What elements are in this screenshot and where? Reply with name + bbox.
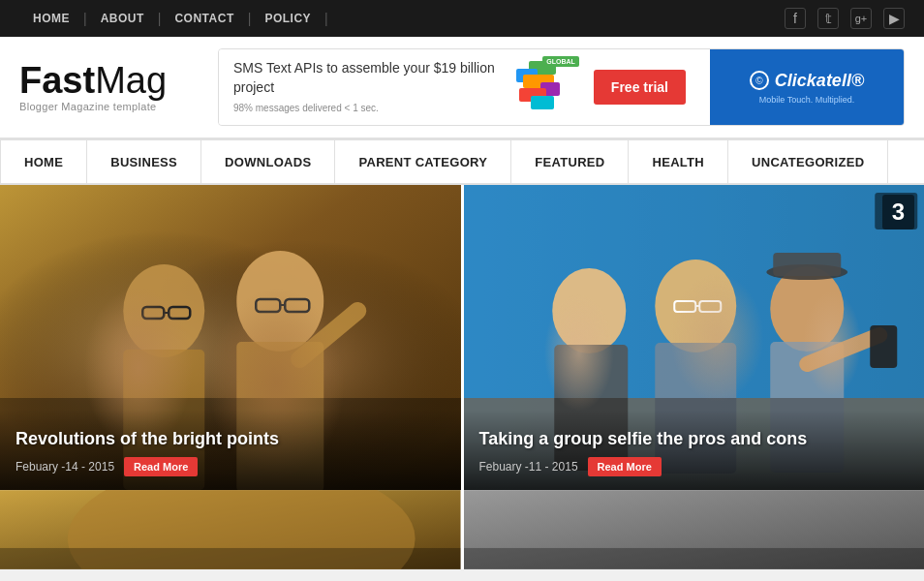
card-2-overlay: Taking a group selfie the pros and cons … [464, 410, 925, 490]
banner-sub: 98% messages delivered < 1 sec. [233, 102, 502, 115]
global-badge: GLOBAL [542, 56, 579, 67]
article-card-2[interactable]: Taking a group selfie the pros and cons … [461, 185, 925, 490]
svg-rect-38 [464, 548, 925, 569]
svg-rect-26 [699, 301, 721, 312]
banner-blocks-graphic: GLOBAL [511, 61, 574, 114]
bottom-strip [0, 490, 924, 569]
card-1-title: Revolutions of the bright points [15, 429, 446, 449]
logo-mag: Mag [95, 60, 167, 101]
clickatell-subtitle: Mobile Touch. Multiplied. [759, 95, 854, 105]
banner-left-section: SMS Text APIs to assemble your $19 billi… [219, 49, 710, 125]
svg-rect-36 [0, 548, 461, 569]
svg-point-6 [236, 251, 323, 352]
sidebar-item-uncategorized[interactable]: UNCATEGORIZED [728, 140, 888, 183]
sidebar-item-featured[interactable]: FEATURED [511, 140, 629, 183]
youtube-icon[interactable]: ▶ [883, 8, 905, 29]
bottom-card-1 [0, 490, 461, 569]
logo-subtitle: Blogger Magazine template [19, 101, 199, 112]
logo-fast: Fast [19, 60, 95, 101]
block-6 [531, 96, 554, 109]
card-1-read-more[interactable]: Read More [124, 457, 198, 476]
sidebar-item-home[interactable]: HOME [0, 140, 87, 183]
card-2-title: Taking a group selfie the pros and cons [479, 429, 909, 449]
google-plus-icon[interactable]: g+ [850, 8, 872, 29]
main-navigation: HOME BUSINESS DOWNLOADS PARENT CATEGORY … [0, 138, 924, 185]
banner-headline: SMS Text APIs to assemble your $19 billi… [233, 59, 502, 97]
advertisement-banner[interactable]: SMS Text APIs to assemble your $19 billi… [218, 48, 905, 126]
content-area: Revolutions of the bright points Febuary… [0, 185, 924, 490]
sidebar-item-business[interactable]: BUSINESS [87, 140, 201, 183]
svg-rect-9 [169, 307, 190, 319]
banner-brand-section: © Clickatell® Mobile Touch. Multiplied. [710, 49, 904, 125]
card-2-read-more[interactable]: Read More [588, 457, 662, 476]
svg-rect-29 [870, 325, 897, 368]
sidebar-item-downloads[interactable]: DOWNLOADS [201, 140, 335, 183]
card-1-overlay: Revolutions of the bright points Febuary… [0, 410, 461, 490]
svg-line-28 [807, 335, 879, 364]
nav-separator-4: | [324, 11, 328, 26]
facebook-icon[interactable]: f [785, 8, 806, 29]
nav-about-link[interactable]: ABOUT [87, 12, 158, 25]
top-nav-links: HOME | ABOUT | CONTACT | POLICY | [19, 11, 328, 26]
svg-point-21 [655, 260, 736, 352]
svg-rect-8 [142, 307, 164, 319]
top-navigation: HOME | ABOUT | CONTACT | POLICY | f 𝕥 g+… [0, 0, 924, 37]
svg-point-30 [766, 264, 847, 280]
social-links: f 𝕥 g+ ▶ [785, 8, 905, 29]
svg-rect-11 [256, 299, 280, 312]
logo-text: FastMag [19, 62, 199, 99]
bottom-card-2-image [464, 490, 925, 569]
sidebar-item-parent-category[interactable]: PARENT CATEGORY [335, 140, 511, 183]
svg-rect-31 [773, 253, 841, 276]
svg-line-14 [299, 311, 357, 359]
svg-point-4 [123, 264, 204, 357]
clickatell-logo: © Clickatell® [750, 71, 864, 91]
site-header: FastMag Blogger Magazine template SMS Te… [0, 37, 924, 138]
article-card-1[interactable]: Revolutions of the bright points Febuary… [0, 185, 461, 490]
sidebar-item-health[interactable]: HEALTH [629, 140, 728, 183]
card-2-date: Febuary -11 - 2015 [479, 460, 578, 474]
card-1-meta: Febuary -14 - 2015 Read More [15, 457, 446, 476]
card-1-date: Febuary -14 - 2015 [15, 460, 114, 474]
svg-rect-25 [674, 301, 695, 312]
bottom-card-2 [461, 490, 925, 569]
free-trial-button[interactable]: Free trial [594, 70, 686, 105]
nav-contact-link[interactable]: CONTACT [161, 12, 247, 25]
svg-rect-12 [285, 299, 309, 312]
clickatell-circle-icon: © [750, 71, 769, 90]
bottom-card-1-image [0, 490, 461, 569]
svg-point-23 [770, 266, 844, 352]
site-logo[interactable]: FastMag Blogger Magazine template [19, 62, 199, 112]
svg-point-19 [552, 268, 626, 353]
twitter-icon[interactable]: 𝕥 [817, 8, 839, 29]
banner-text: SMS Text APIs to assemble your $19 billi… [233, 59, 502, 114]
card-2-number: 3 [882, 195, 914, 229]
nav-policy-link[interactable]: POLICY [251, 12, 324, 25]
nav-home-link[interactable]: HOME [19, 12, 83, 25]
card-2-meta: Febuary -11 - 2015 Read More [479, 457, 909, 476]
clickatell-name: Clickatell® [775, 71, 864, 91]
